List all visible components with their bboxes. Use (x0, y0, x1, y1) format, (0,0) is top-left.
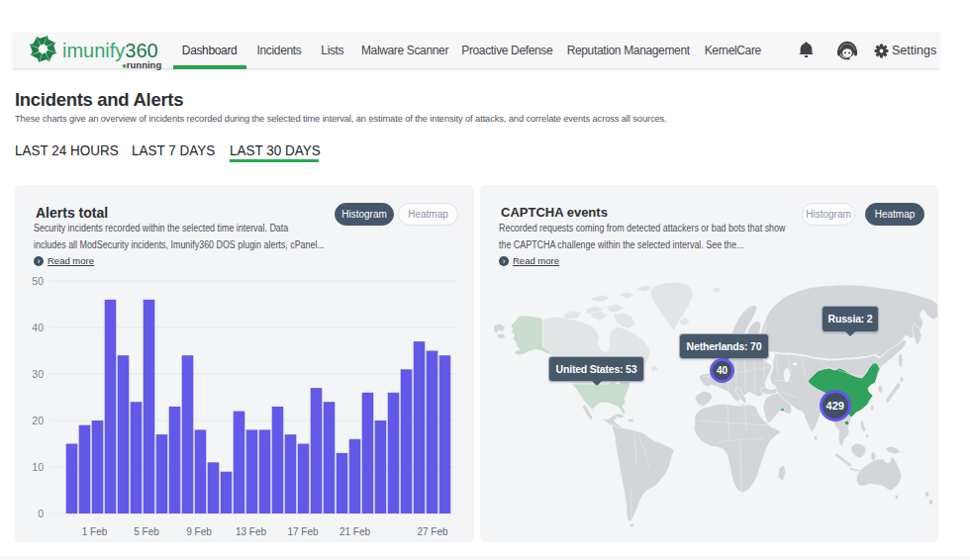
svg-text:1 Feb: 1 Feb (82, 526, 108, 537)
svg-text:17 Feb: 17 Feb (287, 526, 319, 537)
svg-text:21 Feb: 21 Feb (340, 526, 371, 537)
svg-text:0: 0 (38, 508, 44, 519)
svg-text:13 Feb: 13 Feb (236, 526, 267, 537)
svg-text:27 Feb: 27 Feb (417, 526, 448, 537)
svg-text:20: 20 (32, 415, 44, 426)
svg-text:50: 50 (32, 275, 44, 287)
svg-text:9 Feb: 9 Feb (186, 526, 212, 537)
svg-text:30: 30 (32, 368, 44, 380)
svg-text:5 Feb: 5 Feb (134, 526, 159, 537)
svg-text:40: 40 (32, 322, 44, 333)
svg-text:10: 10 (32, 461, 44, 473)
